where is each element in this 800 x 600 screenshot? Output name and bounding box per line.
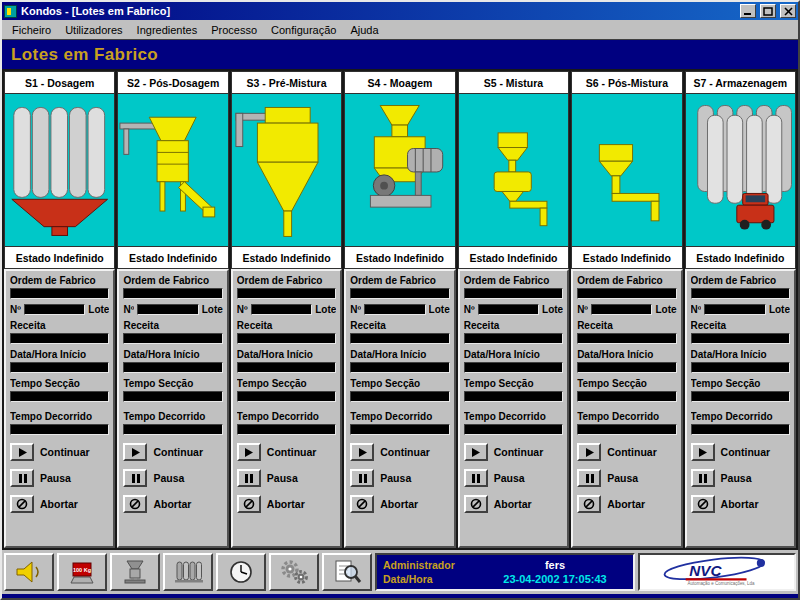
continuar-button[interactable]: [577, 443, 601, 461]
station-graphic[interactable]: [4, 94, 115, 246]
pausa-button[interactable]: [10, 469, 34, 487]
menu-item-configuracao[interactable]: Configuração: [264, 22, 343, 38]
close-icon: [784, 7, 793, 16]
continuar-label: Continuar: [380, 446, 430, 458]
continuar-button[interactable]: [237, 443, 261, 461]
page-title: Lotes em Fabrico: [11, 45, 158, 65]
lote-label: Lote: [202, 304, 223, 315]
continuar-button[interactable]: [464, 443, 488, 461]
menu-item-ajuda[interactable]: Ajuda: [343, 22, 385, 38]
pausa-button[interactable]: [350, 469, 374, 487]
user-label: Administrador: [383, 559, 483, 571]
abortar-button[interactable]: [577, 495, 601, 513]
play-icon: [357, 447, 368, 458]
receita-value: [350, 333, 449, 344]
silos-button[interactable]: [163, 553, 213, 591]
lote-row: Nº Lote: [350, 304, 449, 315]
station-graphic[interactable]: [344, 94, 455, 246]
continuar-button[interactable]: [350, 443, 374, 461]
machines-button[interactable]: [110, 553, 160, 591]
abortar-button[interactable]: [237, 495, 261, 513]
pausa-label: Pausa: [721, 472, 752, 484]
pausa-button[interactable]: [123, 469, 147, 487]
maximize-button[interactable]: [760, 4, 776, 18]
receita-label: Receita: [350, 320, 449, 331]
maximize-icon: [763, 7, 773, 16]
ordem-value: [237, 288, 336, 299]
numero-label: Nº: [10, 304, 21, 315]
clock-button[interactable]: [216, 553, 266, 591]
sound-button[interactable]: [4, 553, 54, 591]
tempo-decorrido-label: Tempo Decorrido: [464, 411, 563, 422]
pause-icon: [243, 473, 254, 484]
abortar-button[interactable]: [10, 495, 34, 513]
datetime-row: Data/Hora 23-04-2002 17:05:43: [383, 573, 627, 585]
station-header: S1 - Dosagem: [4, 71, 115, 94]
play-icon: [130, 447, 141, 458]
minimize-icon: [743, 7, 753, 16]
data-inicio-value: [691, 362, 790, 373]
station-status: Estado Indefinido: [117, 246, 228, 269]
menu-item-ingredientes[interactable]: Ingredientes: [130, 22, 205, 38]
abortar-label: Abortar: [607, 498, 645, 510]
pause-icon: [584, 473, 595, 484]
continuar-button[interactable]: [691, 443, 715, 461]
continuar-label: Continuar: [721, 446, 771, 458]
station-status-text: Estado Indefinido: [356, 252, 444, 264]
numero-label: Nº: [691, 304, 702, 315]
pausa-button[interactable]: [691, 469, 715, 487]
station-title: S4 - Moagem: [368, 77, 433, 89]
abortar-button[interactable]: [464, 495, 488, 513]
pausa-row: Pausa: [464, 469, 563, 487]
abortar-row: Abortar: [691, 495, 790, 513]
pre-mix-cyclone-graphic: [232, 94, 341, 246]
lote-label: Lote: [542, 304, 563, 315]
abortar-button[interactable]: [123, 495, 147, 513]
station-graphic[interactable]: [458, 94, 569, 246]
abortar-label: Abortar: [494, 498, 532, 510]
continuar-button[interactable]: [123, 443, 147, 461]
station-graphic[interactable]: [685, 94, 796, 246]
machine-icon: [117, 558, 153, 586]
play-icon: [17, 447, 28, 458]
station-status: Estado Indefinido: [571, 246, 682, 269]
continuar-label: Continuar: [153, 446, 203, 458]
tempo-decorrido-label: Tempo Decorrido: [350, 411, 449, 422]
minimize-button[interactable]: [740, 4, 756, 18]
continuar-row: Continuar: [123, 443, 222, 461]
station-graphic[interactable]: [117, 94, 228, 246]
menu-item-ficheiro[interactable]: Ficheiro: [5, 22, 58, 38]
numero-value: [478, 304, 539, 315]
numero-value: [364, 304, 425, 315]
user-value: fers: [483, 559, 627, 571]
station-graphic[interactable]: [571, 94, 682, 246]
clock-icon: [223, 558, 259, 586]
continuar-row: Continuar: [464, 443, 563, 461]
data-inicio-value: [123, 362, 222, 373]
pausa-row: Pausa: [691, 469, 790, 487]
tempo-seccao-label: Tempo Secção: [577, 378, 676, 389]
pausa-button[interactable]: [577, 469, 601, 487]
settings-button[interactable]: [269, 553, 319, 591]
pausa-label: Pausa: [607, 472, 638, 484]
close-button[interactable]: [780, 4, 796, 18]
pausa-button[interactable]: [464, 469, 488, 487]
search-button[interactable]: [322, 553, 372, 591]
weighing-button[interactable]: 100 Kg: [57, 553, 107, 591]
tempo-decorrido-value: [237, 424, 336, 435]
continuar-button[interactable]: [10, 443, 34, 461]
station-graphic[interactable]: [231, 94, 342, 246]
menu-item-utilizadores[interactable]: Utilizadores: [58, 22, 129, 38]
numero-value: [591, 304, 652, 315]
station-header: S6 - Pós-Mistura: [571, 71, 682, 94]
menu-item-processo[interactable]: Processo: [204, 22, 264, 38]
abortar-button[interactable]: [691, 495, 715, 513]
tempo-seccao-label: Tempo Secção: [464, 378, 563, 389]
pausa-button[interactable]: [237, 469, 261, 487]
abortar-button[interactable]: [350, 495, 374, 513]
abortar-row: Abortar: [350, 495, 449, 513]
receita-label: Receita: [691, 320, 790, 331]
station-status-text: Estado Indefinido: [583, 252, 671, 264]
numero-label: Nº: [350, 304, 361, 315]
play-icon: [697, 447, 708, 458]
